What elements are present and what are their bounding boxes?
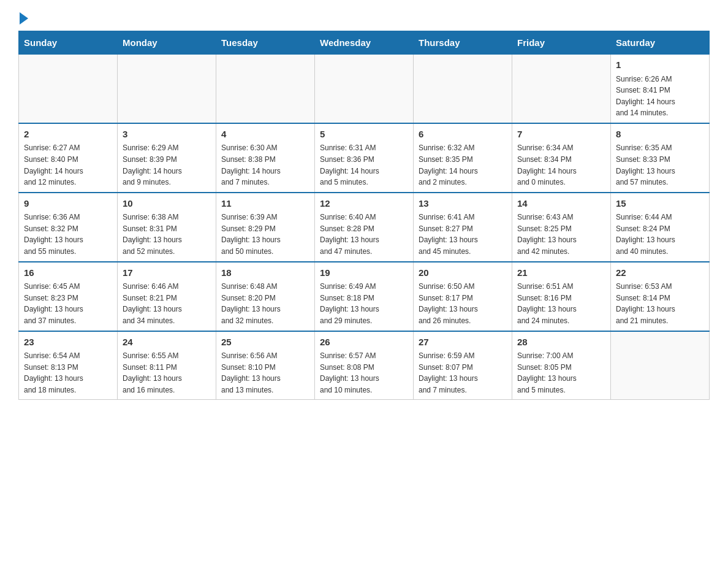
day-info: Sunrise: 6:29 AMSunset: 8:39 PMDaylight:… (123, 142, 211, 188)
day-info: Sunrise: 6:50 AMSunset: 8:17 PMDaylight:… (419, 281, 507, 326)
calendar-cell (19, 55, 118, 123)
day-info: Sunrise: 6:34 AMSunset: 8:34 PMDaylight:… (517, 142, 605, 188)
day-number: 10 (123, 197, 211, 211)
calendar-cell: 25Sunrise: 6:56 AMSunset: 8:10 PMDayligh… (216, 331, 315, 400)
calendar-week-row: 9Sunrise: 6:36 AMSunset: 8:32 PMDaylight… (19, 193, 710, 262)
weekday-header-tuesday: Tuesday (216, 31, 315, 55)
day-info: Sunrise: 6:54 AMSunset: 8:13 PMDaylight:… (24, 350, 112, 396)
day-info: Sunrise: 6:31 AMSunset: 8:36 PMDaylight:… (320, 142, 408, 188)
day-number: 1 (616, 58, 704, 72)
day-info: Sunrise: 6:27 AMSunset: 8:40 PMDaylight:… (24, 142, 112, 188)
calendar-week-row: 2Sunrise: 6:27 AMSunset: 8:40 PMDaylight… (19, 123, 710, 193)
calendar-cell: 28Sunrise: 7:00 AMSunset: 8:05 PMDayligh… (512, 331, 611, 400)
day-number: 27 (419, 335, 507, 350)
day-info: Sunrise: 6:49 AMSunset: 8:18 PMDaylight:… (320, 281, 408, 326)
day-number: 25 (221, 335, 309, 350)
day-number: 5 (320, 128, 408, 142)
day-number: 22 (616, 266, 704, 280)
day-number: 3 (123, 128, 211, 142)
day-number: 9 (24, 197, 112, 211)
day-number: 11 (221, 197, 309, 211)
day-number: 14 (517, 197, 605, 211)
day-number: 19 (320, 266, 408, 280)
calendar-week-row: 23Sunrise: 6:54 AMSunset: 8:13 PMDayligh… (19, 331, 710, 400)
day-number: 20 (419, 266, 507, 280)
weekday-header-saturday: Saturday (611, 31, 710, 55)
calendar-cell: 16Sunrise: 6:45 AMSunset: 8:23 PMDayligh… (19, 262, 118, 331)
day-number: 16 (24, 266, 112, 280)
day-info: Sunrise: 6:51 AMSunset: 8:16 PMDaylight:… (517, 281, 605, 326)
day-info: Sunrise: 6:48 AMSunset: 8:20 PMDaylight:… (221, 281, 309, 326)
calendar-cell: 26Sunrise: 6:57 AMSunset: 8:08 PMDayligh… (315, 331, 414, 400)
day-info: Sunrise: 6:26 AMSunset: 8:41 PMDaylight:… (616, 74, 704, 119)
calendar-cell: 11Sunrise: 6:39 AMSunset: 8:29 PMDayligh… (216, 193, 315, 262)
day-number: 7 (517, 128, 605, 142)
logo (18, 12, 29, 25)
calendar-cell: 12Sunrise: 6:40 AMSunset: 8:28 PMDayligh… (315, 193, 414, 262)
weekday-header-thursday: Thursday (414, 31, 512, 55)
calendar-cell: 19Sunrise: 6:49 AMSunset: 8:18 PMDayligh… (315, 262, 414, 331)
weekday-header-friday: Friday (512, 31, 611, 55)
day-number: 6 (419, 128, 507, 142)
logo-arrow-icon (20, 12, 28, 25)
day-info: Sunrise: 6:41 AMSunset: 8:27 PMDaylight:… (419, 212, 507, 257)
day-info: Sunrise: 6:53 AMSunset: 8:14 PMDaylight:… (616, 281, 704, 326)
weekday-header-sunday: Sunday (19, 31, 118, 55)
calendar-cell: 22Sunrise: 6:53 AMSunset: 8:14 PMDayligh… (611, 262, 710, 331)
day-info: Sunrise: 6:56 AMSunset: 8:10 PMDaylight:… (221, 350, 309, 396)
day-info: Sunrise: 6:57 AMSunset: 8:08 PMDaylight:… (320, 350, 408, 396)
day-info: Sunrise: 6:45 AMSunset: 8:23 PMDaylight:… (24, 281, 112, 326)
calendar-cell (611, 331, 710, 400)
page-header (18, 12, 710, 25)
day-number: 23 (24, 335, 112, 350)
day-number: 12 (320, 197, 408, 211)
day-number: 26 (320, 335, 408, 350)
day-info: Sunrise: 6:32 AMSunset: 8:35 PMDaylight:… (419, 142, 507, 188)
day-number: 2 (24, 128, 112, 142)
calendar-cell: 13Sunrise: 6:41 AMSunset: 8:27 PMDayligh… (414, 193, 512, 262)
day-info: Sunrise: 6:40 AMSunset: 8:28 PMDaylight:… (320, 212, 408, 257)
day-info: Sunrise: 6:39 AMSunset: 8:29 PMDaylight:… (221, 212, 309, 257)
calendar-cell: 23Sunrise: 6:54 AMSunset: 8:13 PMDayligh… (19, 331, 118, 400)
day-number: 18 (221, 266, 309, 280)
day-number: 13 (419, 197, 507, 211)
day-number: 4 (221, 128, 309, 142)
day-number: 17 (123, 266, 211, 280)
day-number: 8 (616, 128, 704, 142)
calendar-cell: 7Sunrise: 6:34 AMSunset: 8:34 PMDaylight… (512, 123, 611, 193)
day-info: Sunrise: 6:30 AMSunset: 8:38 PMDaylight:… (221, 142, 309, 188)
day-number: 24 (123, 335, 211, 350)
calendar-cell: 8Sunrise: 6:35 AMSunset: 8:33 PMDaylight… (611, 123, 710, 193)
calendar-cell: 6Sunrise: 6:32 AMSunset: 8:35 PMDaylight… (414, 123, 512, 193)
day-info: Sunrise: 6:59 AMSunset: 8:07 PMDaylight:… (419, 350, 507, 396)
calendar-cell (512, 55, 611, 123)
calendar-cell: 24Sunrise: 6:55 AMSunset: 8:11 PMDayligh… (118, 331, 216, 400)
day-info: Sunrise: 6:43 AMSunset: 8:25 PMDaylight:… (517, 212, 605, 257)
day-info: Sunrise: 6:35 AMSunset: 8:33 PMDaylight:… (616, 142, 704, 188)
calendar-cell: 2Sunrise: 6:27 AMSunset: 8:40 PMDaylight… (19, 123, 118, 193)
calendar-cell: 20Sunrise: 6:50 AMSunset: 8:17 PMDayligh… (414, 262, 512, 331)
calendar-cell (414, 55, 512, 123)
calendar-cell: 1Sunrise: 6:26 AMSunset: 8:41 PMDaylight… (611, 55, 710, 123)
calendar-cell: 21Sunrise: 6:51 AMSunset: 8:16 PMDayligh… (512, 262, 611, 331)
calendar-cell: 18Sunrise: 6:48 AMSunset: 8:20 PMDayligh… (216, 262, 315, 331)
calendar-cell: 9Sunrise: 6:36 AMSunset: 8:32 PMDaylight… (19, 193, 118, 262)
calendar-cell: 5Sunrise: 6:31 AMSunset: 8:36 PMDaylight… (315, 123, 414, 193)
calendar-table: SundayMondayTuesdayWednesdayThursdayFrid… (18, 31, 710, 400)
calendar-cell: 27Sunrise: 6:59 AMSunset: 8:07 PMDayligh… (414, 331, 512, 400)
day-number: 15 (616, 197, 704, 211)
calendar-cell: 14Sunrise: 6:43 AMSunset: 8:25 PMDayligh… (512, 193, 611, 262)
calendar-cell (118, 55, 216, 123)
calendar-cell: 10Sunrise: 6:38 AMSunset: 8:31 PMDayligh… (118, 193, 216, 262)
day-number: 21 (517, 266, 605, 280)
day-info: Sunrise: 6:46 AMSunset: 8:21 PMDaylight:… (123, 281, 211, 326)
calendar-week-row: 1Sunrise: 6:26 AMSunset: 8:41 PMDaylight… (19, 55, 710, 123)
calendar-cell: 4Sunrise: 6:30 AMSunset: 8:38 PMDaylight… (216, 123, 315, 193)
calendar-cell (216, 55, 315, 123)
calendar-header-row: SundayMondayTuesdayWednesdayThursdayFrid… (19, 31, 710, 55)
calendar-cell: 3Sunrise: 6:29 AMSunset: 8:39 PMDaylight… (118, 123, 216, 193)
day-info: Sunrise: 6:38 AMSunset: 8:31 PMDaylight:… (123, 212, 211, 257)
day-info: Sunrise: 7:00 AMSunset: 8:05 PMDaylight:… (517, 350, 605, 396)
calendar-cell: 17Sunrise: 6:46 AMSunset: 8:21 PMDayligh… (118, 262, 216, 331)
calendar-cell (315, 55, 414, 123)
